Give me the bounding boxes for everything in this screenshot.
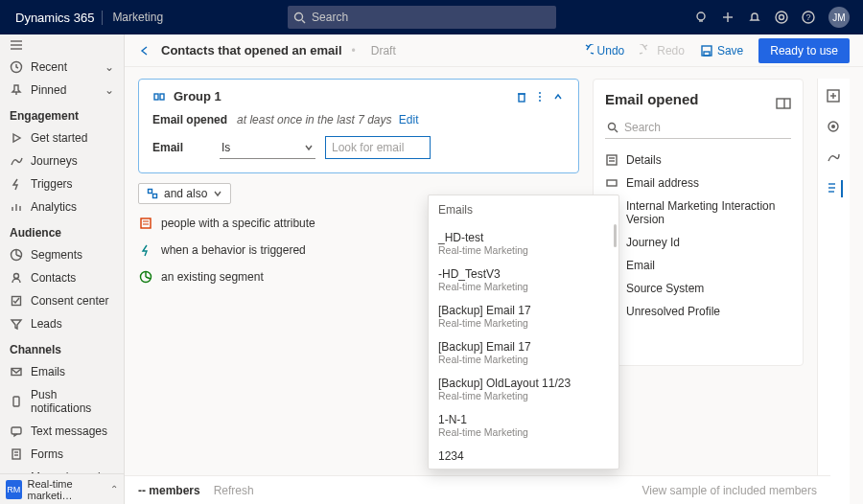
scrollbar-thumb[interactable] — [614, 224, 617, 247]
play-icon — [10, 131, 23, 145]
chevron-down-icon — [304, 143, 314, 152]
nav-triggers[interactable]: Triggers — [0, 172, 124, 195]
details-icon — [605, 153, 618, 167]
operator-select[interactable]: Is — [220, 137, 315, 159]
svg-point-36 — [539, 92, 541, 94]
redo-icon — [640, 44, 653, 57]
app-header: Dynamics 365 Marketing Search ? JM — [0, 0, 863, 34]
panel-item-details[interactable]: Details — [605, 149, 791, 172]
chevron-up-icon[interactable] — [551, 90, 565, 103]
view-sample-button[interactable]: View sample of included members — [641, 484, 817, 497]
plus-icon[interactable] — [721, 11, 735, 24]
svg-rect-52 — [607, 180, 617, 186]
behavior-summary: Email opened at least once in the last 7… — [152, 113, 565, 126]
member-count: -- members — [138, 484, 200, 497]
rail-flow-icon[interactable] — [826, 149, 843, 167]
rail-add-icon[interactable] — [826, 88, 843, 105]
nav-push[interactable]: Push notifications — [0, 383, 124, 420]
panel-item-email[interactable]: Email — [605, 254, 791, 277]
forms-icon — [10, 447, 23, 461]
lightbulb-icon[interactable] — [694, 11, 708, 24]
help-icon[interactable]: ? — [802, 11, 815, 24]
svg-point-7 — [776, 11, 787, 23]
panel-item-source-system[interactable]: Source System — [605, 277, 791, 300]
panel-item-email-address[interactable]: Email address — [605, 172, 791, 195]
panel-search[interactable]: Search — [605, 117, 791, 139]
panel-item-journey-id[interactable]: Journey Id — [605, 231, 791, 254]
lookup-option[interactable]: [Backup] Email 17Real-time Marketing — [429, 334, 618, 371]
group-title: Group 1 — [174, 89, 222, 103]
status-badge: Draft — [371, 44, 396, 57]
nav-consent-center[interactable]: Consent center — [0, 289, 124, 312]
panel-expand-icon[interactable] — [776, 98, 791, 109]
back-icon[interactable] — [138, 44, 152, 57]
panel-title: Email opened — [605, 91, 699, 107]
rail-elements-icon[interactable] — [826, 180, 843, 197]
nav-leads[interactable]: Leads — [0, 312, 124, 335]
clock-icon — [10, 60, 23, 74]
sms-icon — [10, 424, 23, 438]
dot: • — [352, 44, 356, 57]
nav-pinned[interactable]: Pinned ⌄ — [0, 79, 124, 102]
nav-emails[interactable]: Emails — [0, 360, 124, 383]
email-lookup-input[interactable]: Look for email — [325, 136, 431, 159]
analytics-icon — [10, 200, 23, 214]
nav-section-engagement: Engagement — [0, 102, 124, 126]
lookup-option[interactable]: -HD_TestV3Real-time Marketing — [429, 262, 618, 298]
lookup-option[interactable]: _HD-testReal-time Marketing — [429, 225, 618, 262]
left-nav: Recent ⌄ Pinned ⌄ Engagement Get started… — [0, 34, 125, 504]
redo-button[interactable]: Redo — [640, 44, 685, 57]
svg-text:?: ? — [805, 12, 810, 22]
segment-icon — [138, 269, 153, 285]
global-search-placeholder: Search — [312, 11, 348, 24]
gear-icon[interactable] — [775, 11, 788, 24]
more-vertical-icon[interactable] — [538, 90, 542, 103]
svg-point-47 — [609, 124, 616, 130]
nav-get-started[interactable]: Get started — [0, 126, 124, 149]
nav-analytics[interactable]: Analytics — [0, 195, 124, 218]
avatar[interactable]: JM — [828, 7, 850, 28]
behavior-icon — [138, 242, 153, 258]
nav-forms[interactable]: Forms — [0, 443, 124, 466]
hamburger-icon — [10, 40, 23, 50]
panel-item-interaction-version[interactable]: Internal Marketing Interaction Version — [605, 195, 791, 231]
global-search[interactable]: Search — [288, 6, 556, 29]
delete-icon[interactable] — [515, 90, 528, 103]
lookup-option[interactable]: 1-N-1Real-time Marketing — [429, 407, 618, 444]
nav-journeys[interactable]: Journeys — [0, 149, 124, 172]
abc-icon — [605, 176, 618, 190]
journey-icon — [10, 154, 23, 168]
lookup-option[interactable]: 1234 — [429, 444, 618, 469]
bell-icon[interactable] — [748, 11, 761, 24]
nav-contacts[interactable]: Contacts — [0, 266, 124, 289]
push-icon — [10, 395, 23, 408]
undo-button[interactable]: Undo — [580, 44, 625, 57]
svg-rect-34 — [519, 94, 525, 102]
svg-rect-39 — [149, 190, 152, 194]
area-switcher[interactable]: RM Real-time marketi… ⌃ — [0, 473, 124, 504]
refresh-button[interactable]: Refresh — [214, 484, 254, 497]
app-area-label[interactable]: Marketing — [103, 11, 173, 24]
brand-label[interactable]: Dynamics 365 — [8, 11, 103, 25]
nav-pinned-label: Pinned — [31, 83, 66, 97]
nav-segments[interactable]: Segments — [0, 243, 124, 266]
svg-rect-41 — [141, 218, 151, 228]
panel-item-unresolved[interactable]: Unresolved Profile — [605, 300, 791, 323]
edit-qualifier-link[interactable]: Edit — [399, 113, 419, 126]
andalso-icon — [147, 188, 158, 199]
lookup-option[interactable]: [Backup] Email 17Real-time Marketing — [429, 298, 618, 334]
svg-point-6 — [780, 15, 784, 20]
svg-point-2 — [697, 12, 705, 20]
lookup-option[interactable]: [Backup] OldLayout 11/23Real-time Market… — [429, 371, 618, 407]
svg-point-37 — [539, 96, 541, 98]
nav-collapse-button[interactable] — [0, 34, 124, 56]
nav-recent[interactable]: Recent ⌄ — [0, 56, 124, 79]
search-icon — [293, 11, 306, 24]
search-icon — [607, 122, 618, 133]
rail-target-icon[interactable] — [826, 119, 843, 136]
nav-text[interactable]: Text messages — [0, 420, 124, 443]
trigger-icon — [10, 177, 23, 191]
ready-to-use-button[interactable]: Ready to use — [758, 38, 850, 63]
and-also-button[interactable]: and also — [138, 183, 231, 204]
save-button[interactable]: Save — [700, 44, 743, 57]
